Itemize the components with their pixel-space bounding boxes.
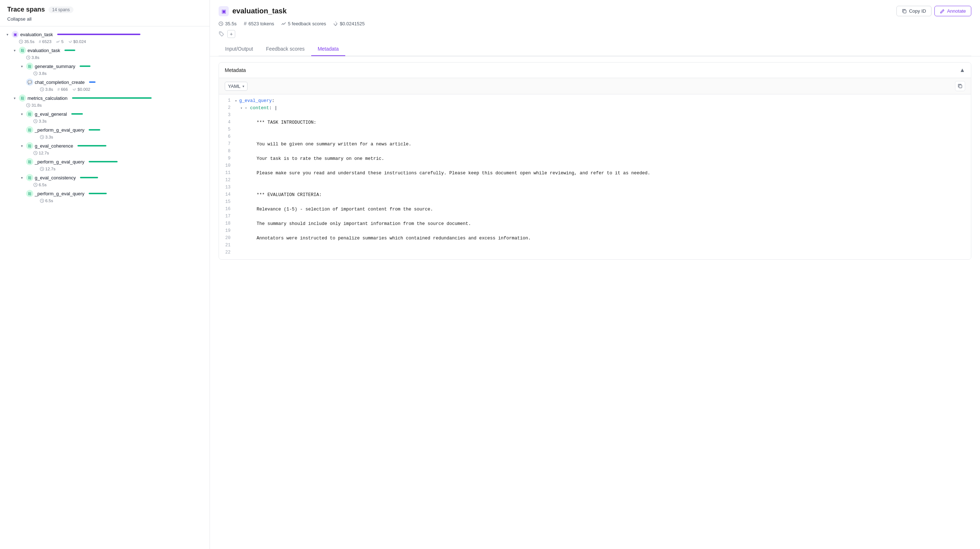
tag-row: + xyxy=(219,30,971,38)
span-icon: ⛓ xyxy=(26,126,33,133)
tree-container: ▣ evaluation_task 35.5s # 6523 5 xyxy=(0,26,210,549)
tree-item: ⛓ metrics_calculation 31.8s xyxy=(0,93,210,109)
format-label: YAML xyxy=(228,84,240,89)
meta-row: 31.8s xyxy=(0,103,210,109)
add-tag-button[interactable]: + xyxy=(227,30,235,38)
bar-area xyxy=(86,81,205,83)
tree-row[interactable]: ⛓ g_eval_general xyxy=(0,109,210,119)
duration-bar xyxy=(80,65,91,67)
span-name: _perform_g_eval_query xyxy=(35,127,84,133)
code-line: 2 ▾ - content: | xyxy=(219,105,971,112)
tab-feedback-scores[interactable]: Feedback scores xyxy=(259,42,311,56)
code-line: 17 xyxy=(219,213,971,220)
code-line: 4 *** TASK INTRODUCTION: xyxy=(219,119,971,126)
span-icon: ⛓ xyxy=(26,174,33,181)
code-line: 21 xyxy=(219,242,971,249)
duration-bar xyxy=(89,161,118,162)
code-line: 15 xyxy=(219,198,971,206)
code-line: 6 xyxy=(219,133,971,141)
left-header: Trace spans 14 spans Collapse all xyxy=(0,0,210,26)
tree-row[interactable]: ⛓ _perform_g_eval_query xyxy=(0,157,210,167)
chevron-down-icon xyxy=(19,143,25,149)
tree-row[interactable]: ▣ evaluation_task xyxy=(0,29,210,40)
code-line: 10 xyxy=(219,162,971,170)
tree-row[interactable]: ⛓ g_eval_coherence xyxy=(0,141,210,151)
right-panel: ▣ evaluation_task Copy ID Annotate 35.5s xyxy=(210,0,980,549)
duration-bar xyxy=(78,145,107,146)
span-icon: ⛓ xyxy=(26,63,33,70)
tree-item: ⛓ _perform_g_eval_query 6.5s xyxy=(0,189,210,204)
yaml-toolbar: YAML ▾ xyxy=(219,78,971,94)
span-icon: 💬 xyxy=(26,78,33,86)
tag-icon xyxy=(219,31,224,37)
tree-row[interactable]: ⛓ metrics_calculation xyxy=(0,93,210,103)
bar-area xyxy=(86,193,205,194)
meta-cost: $0.024 xyxy=(68,40,86,44)
meta-time: 12.7s xyxy=(40,167,56,171)
metadata-title: Metadata xyxy=(225,67,246,73)
tabs: Input/Output Feedback scores Metadata xyxy=(219,42,971,56)
right-header: ▣ evaluation_task Copy ID Annotate 35.5s xyxy=(210,0,980,56)
duration-bar xyxy=(71,113,83,115)
duration-bar xyxy=(89,129,100,130)
edit-icon xyxy=(940,9,945,14)
span-name: _perform_g_eval_query xyxy=(35,191,84,197)
tree-row[interactable]: ⛓ generate_summary xyxy=(0,61,210,71)
tree-row[interactable]: ⛓ evaluation_task xyxy=(0,45,210,56)
span-name: g_eval_consistency xyxy=(35,175,76,181)
code-line: 7 You will be given one summary written … xyxy=(219,141,971,148)
page-title: Trace spans xyxy=(7,6,45,13)
collapse-all-button[interactable]: Collapse all xyxy=(7,16,32,22)
metadata-section: Metadata ▲ YAML ▾ 1 ▾ g_eval_query: 2 xyxy=(219,62,971,260)
meta-feedback: 5 feedback scores xyxy=(281,21,326,26)
meta-time: 3.8s xyxy=(33,71,47,76)
chevron-down-icon xyxy=(11,95,18,101)
tree-item: ⛓ generate_summary 3.8s xyxy=(0,61,210,77)
duration-bar xyxy=(89,193,107,194)
tab-metadata[interactable]: Metadata xyxy=(311,42,345,56)
tree-row[interactable]: ⛓ _perform_g_eval_query xyxy=(0,189,210,198)
duration-bar xyxy=(72,97,152,99)
copy-code-button[interactable] xyxy=(955,81,965,91)
tree-row[interactable]: ⛓ _perform_g_eval_query xyxy=(0,125,210,135)
copy-icon xyxy=(902,9,907,14)
annotate-button[interactable]: Annotate xyxy=(934,6,971,16)
chevron-down-icon xyxy=(19,111,25,117)
tree-row[interactable]: ⛓ g_eval_consistency xyxy=(0,173,210,182)
chevron-down-icon: ▾ xyxy=(242,84,244,88)
code-line: 9 Your task is to rate the summary on on… xyxy=(219,155,971,162)
span-icon: ⛓ xyxy=(26,158,33,165)
svg-rect-11 xyxy=(903,10,906,13)
code-line: 11 Please make sure you read and underst… xyxy=(219,170,971,177)
chevron-down-icon xyxy=(11,48,18,53)
right-meta: 35.5s # 6523 tokens 5 feedback scores $0… xyxy=(219,21,971,26)
span-icon: ⛓ xyxy=(19,94,26,102)
tree-row[interactable]: 💬 chat_completion_create xyxy=(0,77,210,87)
collapse-metadata-icon[interactable]: ▲ xyxy=(959,67,965,73)
meta-cost: $0.0241525 xyxy=(333,21,365,26)
span-icon: ⛓ xyxy=(19,47,26,54)
span-title: evaluation_task xyxy=(232,7,286,15)
meta-time: 6.5s xyxy=(40,198,53,203)
code-line: 14 *** EVALUATION CRITERIA: xyxy=(219,191,971,198)
bar-area xyxy=(69,97,205,99)
tab-input-output[interactable]: Input/Output xyxy=(219,42,259,56)
chevron-down-icon xyxy=(19,175,25,181)
meta-row: 3.3s xyxy=(0,119,210,125)
code-line: 8 xyxy=(219,148,971,155)
meta-cost: $0.002 xyxy=(72,87,90,92)
meta-time: 12.7s xyxy=(33,151,49,155)
span-name: generate_summary xyxy=(35,63,75,69)
right-title: ▣ evaluation_task xyxy=(219,6,286,16)
format-select[interactable]: YAML ▾ xyxy=(225,82,248,91)
bar-area xyxy=(86,129,205,130)
code-area: 1 ▾ g_eval_query: 2 ▾ - content: | 3 4 *… xyxy=(219,94,971,259)
meta-row: 3.8s # 666 $0.002 xyxy=(0,87,210,93)
meta-row: 3.8s xyxy=(0,71,210,77)
bar-area xyxy=(77,177,205,178)
copy-id-button[interactable]: Copy ID xyxy=(896,6,932,16)
span-type-icon: ▣ xyxy=(219,6,229,16)
span-name: _perform_g_eval_query xyxy=(35,159,84,165)
meta-time: 31.8s xyxy=(26,103,41,108)
svg-point-13 xyxy=(220,33,221,33)
